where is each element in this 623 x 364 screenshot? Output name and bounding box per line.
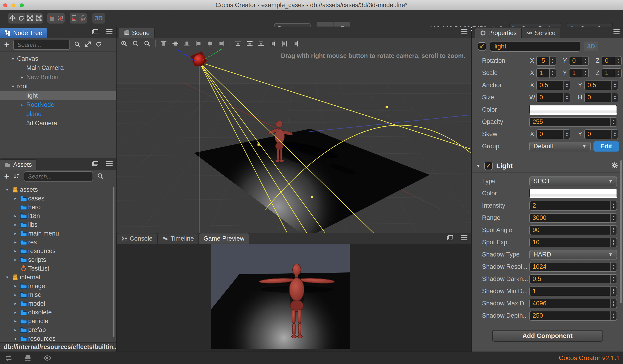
stepper-icon[interactable]: ▲▼ <box>615 69 621 78</box>
node-color-swatch[interactable] <box>529 105 617 115</box>
align-top-icon[interactable] <box>160 40 167 47</box>
stepper-icon[interactable]: ▲▼ <box>615 57 621 65</box>
rotation-y-input[interactable] <box>569 57 582 64</box>
align-left-icon[interactable] <box>195 40 202 47</box>
stepper-icon[interactable]: ▲▼ <box>582 69 588 78</box>
light-spot-angle-input[interactable] <box>530 227 610 234</box>
asset-row[interactable]: ▸resources <box>0 247 116 255</box>
skew-y-input[interactable] <box>585 130 611 138</box>
tab-node-tree[interactable]: Node Tree <box>0 28 47 38</box>
float-panel-icon[interactable] <box>92 29 98 34</box>
tab-service[interactable]: Service <box>521 28 560 38</box>
align-hcenter-icon[interactable] <box>206 40 213 47</box>
light-enabled-checkbox[interactable]: ✓ <box>484 162 493 170</box>
scale-y-input[interactable] <box>569 69 582 77</box>
node-search-input[interactable] <box>17 41 66 49</box>
asset-row[interactable]: ▸i18n <box>0 212 116 220</box>
assets-scrollbar[interactable] <box>112 187 114 337</box>
asset-row[interactable]: ▸image <box>0 282 116 290</box>
group-edit-button[interactable]: Edit <box>594 141 619 151</box>
size-w-input[interactable] <box>537 94 563 101</box>
rotation-z-input[interactable] <box>602 57 615 64</box>
tab-scene[interactable]: Scene <box>119 28 155 38</box>
group-dropdown[interactable]: Default ▼ <box>529 142 591 151</box>
tab-game-preview[interactable]: Game Preview <box>199 233 249 244</box>
sort-icon[interactable] <box>13 173 20 180</box>
shadow-resolution-input[interactable] <box>530 263 610 270</box>
anchor-y-input[interactable] <box>585 82 611 89</box>
asset-search-input[interactable] <box>27 173 89 180</box>
rotation-x-input[interactable] <box>537 57 549 64</box>
pivot-mode-button[interactable] <box>47 13 56 23</box>
asset-row[interactable]: ▾internal <box>0 273 116 282</box>
properties-scrollbar[interactable] <box>620 160 622 303</box>
node-active-checkbox[interactable]: ✓ <box>478 42 486 50</box>
stepper-icon[interactable]: ▲▼ <box>610 118 617 127</box>
add-asset-button[interactable]: + <box>4 172 9 181</box>
database-icon[interactable] <box>24 355 31 362</box>
tree-row[interactable]: Main Camera <box>0 63 116 72</box>
minimize-window-button[interactable] <box>12 3 16 7</box>
stepper-icon[interactable]: ▲▼ <box>610 287 617 296</box>
scale-x-input[interactable] <box>537 69 549 77</box>
tab-console[interactable]: Console <box>116 233 157 244</box>
stepper-icon[interactable]: ▲▼ <box>610 262 617 271</box>
stepper-icon[interactable]: ▲▼ <box>610 311 617 320</box>
asset-row[interactable]: ▸scripts <box>0 255 116 264</box>
asset-row[interactable]: ▸obsolete <box>0 308 116 317</box>
stepper-icon[interactable]: ▲▼ <box>611 93 618 102</box>
light-type-dropdown[interactable]: SPOT ▼ <box>529 176 617 186</box>
asset-row[interactable]: ▸libs <box>0 220 116 229</box>
asset-row[interactable]: TestList <box>0 264 116 273</box>
asset-row[interactable]: hero <box>0 203 116 212</box>
skew-x-input[interactable] <box>537 130 563 138</box>
node-3d-badge[interactable]: 3D <box>584 42 598 51</box>
asset-row[interactable]: ▸main menu <box>0 229 116 238</box>
light-color-swatch[interactable] <box>529 189 617 198</box>
rect-gizmo-button[interactable] <box>70 13 78 23</box>
shadow-depth-scale-input[interactable] <box>530 312 610 319</box>
zoom-out-icon[interactable] <box>132 40 139 47</box>
shadow-darkness-input[interactable] <box>530 276 610 282</box>
asset-row[interactable]: ▸res <box>0 238 116 247</box>
scene-viewport[interactable]: Drag with right mouse button to rotate c… <box>116 49 471 233</box>
shadow-max-depth-input[interactable] <box>530 300 610 307</box>
sync-icon[interactable] <box>5 355 12 362</box>
stepper-icon[interactable]: ▲▼ <box>610 238 617 247</box>
asset-row[interactable]: ▸prefab <box>0 325 116 334</box>
scale-z-input[interactable] <box>602 69 615 77</box>
light-range-input[interactable] <box>530 214 610 221</box>
refresh-icon[interactable] <box>95 41 102 48</box>
panel-menu-icon[interactable] <box>613 29 620 34</box>
tree-row[interactable]: ▾Canvas <box>0 54 116 63</box>
panel-menu-icon[interactable] <box>461 235 467 240</box>
tree-row-selected[interactable]: light <box>0 91 116 100</box>
search-icon[interactable] <box>97 173 104 180</box>
close-window-button[interactable] <box>3 3 7 7</box>
anchor-mode-button[interactable] <box>56 13 65 23</box>
stepper-icon[interactable]: ▲▼ <box>582 57 588 65</box>
distribute-left-icon[interactable] <box>269 40 276 47</box>
stepper-icon[interactable]: ▲▼ <box>611 81 618 90</box>
asset-row[interactable]: ▸particle <box>0 317 116 325</box>
stepper-icon[interactable]: ▲▼ <box>610 214 617 222</box>
eye-icon[interactable] <box>43 355 51 362</box>
gear-icon[interactable] <box>611 162 618 170</box>
align-right-icon[interactable] <box>218 40 225 47</box>
stepper-icon[interactable]: ▲▼ <box>563 130 570 139</box>
asset-row[interactable]: ▸misc <box>0 290 116 299</box>
opacity-input[interactable] <box>530 118 610 126</box>
rect-tool-button[interactable] <box>34 13 43 23</box>
panel-menu-icon[interactable] <box>106 29 112 34</box>
add-component-button[interactable]: Add Component <box>492 330 603 342</box>
tab-properties[interactable]: Properties <box>475 28 521 38</box>
shadow-min-depth-input[interactable] <box>530 288 610 295</box>
distribute-right-icon[interactable] <box>292 40 299 47</box>
tree-row[interactable]: plane <box>0 109 116 119</box>
asset-row[interactable]: ▸cases <box>0 194 116 203</box>
panel-menu-icon[interactable] <box>106 161 112 166</box>
distribute-bottom-icon[interactable] <box>258 40 265 47</box>
tab-assets[interactable]: Assets <box>0 159 37 170</box>
align-vcenter-icon[interactable] <box>172 40 179 47</box>
add-node-button[interactable]: + <box>4 41 9 49</box>
